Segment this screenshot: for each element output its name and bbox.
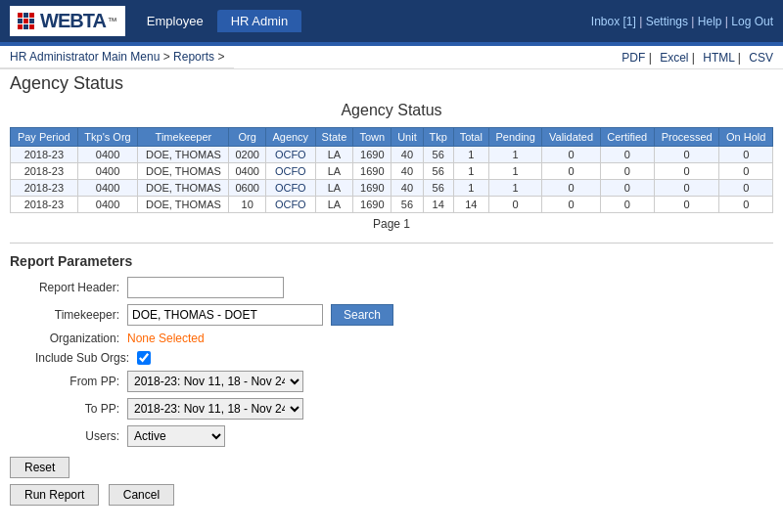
cell-timekeeper: DOE, THOMAS — [138, 197, 229, 213]
export-html[interactable]: HTML — [703, 51, 734, 65]
logo-dot — [18, 24, 23, 29]
breadcrumb-reports[interactable]: Reports — [173, 50, 214, 64]
cell-agency: OCFO — [266, 197, 316, 213]
inbox-link[interactable]: Inbox [1] — [591, 15, 636, 28]
buttons-section: Reset Run Report Cancel — [10, 457, 773, 506]
table-row: 2018-230400DOE, THOMAS0200OCFOLA16904056… — [11, 147, 773, 163]
col-state: State — [315, 128, 353, 147]
table-row: 2018-230400DOE, THOMAS0400OCFOLA16904056… — [11, 163, 773, 180]
cell-org: 0600 — [229, 180, 266, 197]
cell-processed: 0 — [654, 197, 719, 213]
from-pp-row: From PP: 2018-23: Nov 11, 18 - Nov 24, 1… — [10, 371, 773, 392]
tab-employee[interactable]: Employee — [133, 10, 217, 32]
logo-text: WEBTA — [40, 10, 106, 32]
to-pp-select[interactable]: 2018-23: Nov 11, 18 - Nov 24, 18 — [127, 398, 303, 420]
logo-dot — [23, 24, 28, 29]
report-header-label: Report Header: — [10, 281, 127, 294]
include-suborgs-row: Include Sub Orgs: — [10, 351, 773, 365]
table-body: 2018-230400DOE, THOMAS0200OCFOLA16904056… — [11, 147, 773, 213]
cell-timekeeper: DOE, THOMAS — [138, 147, 229, 163]
timekeeper-label: Timekeeper: — [10, 308, 127, 322]
logo-dot — [18, 13, 23, 18]
cell-pay_period: 2018-23 — [11, 180, 78, 197]
cell-processed: 0 — [654, 147, 719, 163]
page-indicator: Page 1 — [10, 213, 773, 235]
cell-tkp: 56 — [423, 147, 453, 163]
timekeeper-row: Timekeeper: Search — [10, 304, 773, 326]
include-suborgs-checkbox[interactable] — [137, 351, 151, 365]
to-pp-label: To PP: — [10, 402, 127, 416]
to-pp-row: To PP: 2018-23: Nov 11, 18 - Nov 24, 18 — [10, 398, 773, 420]
cell-tkps_org: 0400 — [77, 197, 138, 213]
cell-pending: 1 — [488, 180, 541, 197]
from-pp-label: From PP: — [10, 375, 127, 388]
table-row: 2018-230400DOE, THOMAS0600OCFOLA16904056… — [11, 180, 773, 197]
users-select[interactable]: Active Inactive All — [127, 425, 225, 447]
export-links: PDF | Excel | HTML | CSV — [607, 47, 783, 68]
cell-pending: 1 — [488, 163, 541, 180]
cell-org: 0400 — [229, 163, 266, 180]
cell-on_hold: 0 — [719, 180, 773, 197]
users-row: Users: Active Inactive All — [10, 425, 773, 447]
cell-pay_period: 2018-23 — [11, 197, 78, 213]
logo-grid — [18, 13, 34, 29]
cell-processed: 0 — [654, 163, 719, 180]
page-title: Agency Status — [0, 69, 783, 102]
organization-label: Organization: — [10, 332, 127, 345]
users-label: Users: — [10, 429, 127, 443]
export-pdf[interactable]: PDF — [622, 51, 645, 65]
cell-timekeeper: DOE, THOMAS — [138, 163, 229, 180]
logo-tm: ™ — [108, 16, 117, 26]
cell-state: LA — [315, 197, 353, 213]
timekeeper-input[interactable] — [127, 304, 323, 326]
col-agency: Agency — [266, 128, 316, 147]
from-pp-select[interactable]: 2018-23: Nov 11, 18 - Nov 24, 18 — [127, 371, 303, 392]
run-cancel: Run Report Cancel — [10, 484, 773, 506]
cancel-button[interactable]: Cancel — [109, 484, 174, 506]
breadcrumb: HR Administrator Main Menu > Reports > — [0, 46, 234, 68]
logo-dot — [29, 24, 34, 29]
report-header-input[interactable] — [127, 277, 284, 298]
cell-agency: OCFO — [266, 163, 316, 180]
col-pending: Pending — [488, 128, 541, 147]
cell-town: 1690 — [353, 180, 392, 197]
params-title: Report Parameters — [10, 253, 773, 269]
logout-link[interactable]: Log Out — [731, 15, 773, 28]
tab-hr-admin[interactable]: HR Admin — [217, 10, 302, 32]
reset-button[interactable]: Reset — [10, 457, 69, 478]
cell-agency: OCFO — [266, 180, 316, 197]
col-validated: Validated — [542, 128, 600, 147]
logo-dot — [29, 19, 34, 23]
export-csv[interactable]: CSV — [749, 51, 773, 65]
cell-town: 1690 — [353, 163, 392, 180]
search-button[interactable]: Search — [331, 304, 393, 326]
cell-validated: 0 — [542, 163, 600, 180]
cell-total: 14 — [453, 197, 488, 213]
export-excel[interactable]: Excel — [660, 51, 688, 65]
nav-tabs: Employee HR Admin — [133, 10, 301, 32]
cell-state: LA — [315, 147, 353, 163]
settings-link[interactable]: Settings — [646, 15, 688, 28]
cell-total: 1 — [453, 147, 488, 163]
cell-on_hold: 0 — [719, 163, 773, 180]
header: WEBTA™ Employee HR Admin Inbox [1] | Set… — [0, 0, 783, 42]
col-tkps-org: Tkp's Org — [77, 128, 138, 147]
cell-state: LA — [315, 163, 353, 180]
cell-on_hold: 0 — [719, 197, 773, 213]
logo-dot — [18, 19, 23, 23]
cell-unit: 40 — [392, 163, 423, 180]
cell-processed: 0 — [654, 180, 719, 197]
breadcrumb-home[interactable]: HR Administrator Main Menu — [10, 50, 160, 64]
cell-town: 1690 — [353, 147, 392, 163]
col-total: Total — [453, 128, 488, 147]
cell-certified: 0 — [600, 147, 654, 163]
params-section: Report Parameters Report Header: Timekee… — [10, 253, 773, 447]
run-report-button[interactable]: Run Report — [10, 484, 99, 506]
help-link[interactable]: Help — [698, 15, 722, 28]
cell-tkp: 56 — [423, 180, 453, 197]
col-certified: Certified — [600, 128, 654, 147]
cell-tkps_org: 0400 — [77, 180, 138, 197]
col-tkp: Tkp — [423, 128, 453, 147]
cell-pay_period: 2018-23 — [11, 147, 78, 163]
col-pay-period: Pay Period — [11, 128, 78, 147]
